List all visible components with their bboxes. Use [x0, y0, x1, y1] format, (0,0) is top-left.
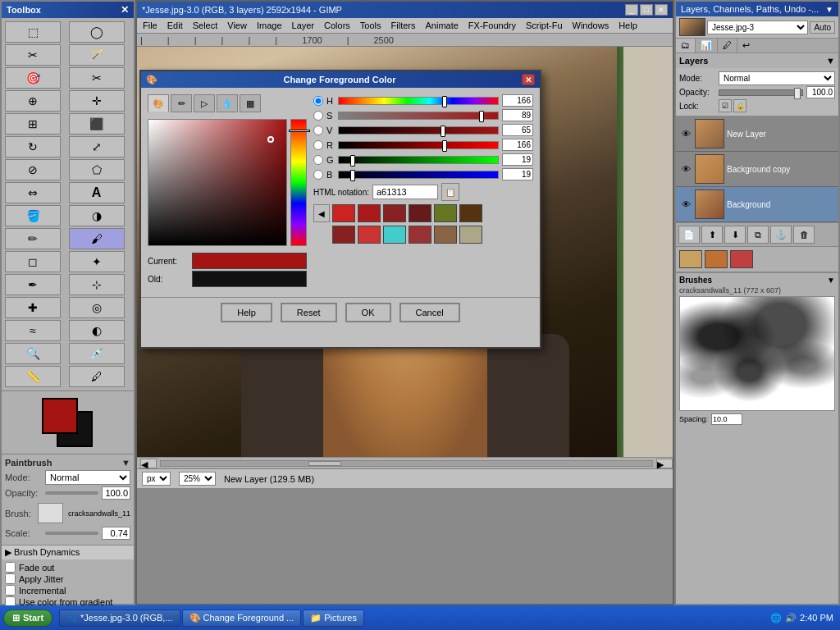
- zoom-selector[interactable]: 25%: [179, 472, 216, 486]
- v-radio[interactable]: [313, 126, 323, 135]
- menu-view[interactable]: View: [222, 19, 252, 32]
- history-prev-button[interactable]: ◀: [313, 204, 330, 222]
- v-value-input[interactable]: [502, 124, 533, 136]
- taskbar-item-gimp[interactable]: 🐾 *Jesse.jpg-3.0 (RGB,...: [59, 609, 180, 627]
- scale-slider[interactable]: [45, 532, 98, 535]
- tool-airbrush[interactable]: ✦: [69, 251, 125, 272]
- tool-ellipse-select[interactable]: ◯: [69, 21, 125, 43]
- opacity-input[interactable]: [806, 86, 835, 98]
- auto-button[interactable]: Auto: [810, 21, 835, 34]
- menu-tools[interactable]: Tools: [355, 19, 386, 32]
- h-value-input[interactable]: [502, 94, 533, 107]
- tool-clone[interactable]: ⊹: [69, 274, 125, 295]
- menu-layer[interactable]: Layer: [287, 19, 320, 32]
- swatch-red[interactable]: [730, 250, 753, 268]
- opacity-slider[interactable]: [45, 491, 98, 495]
- foreground-color-swatch[interactable]: [42, 398, 78, 434]
- minimize-button[interactable]: _: [625, 4, 638, 16]
- menu-windows[interactable]: Windows: [568, 19, 614, 32]
- history-swatch-12[interactable]: [459, 226, 482, 244]
- r-radio[interactable]: [313, 140, 323, 150]
- history-swatch-6[interactable]: [459, 204, 482, 222]
- history-swatch-3[interactable]: [383, 204, 406, 222]
- v-slider-track[interactable]: [338, 126, 499, 135]
- tool-bucket-fill[interactable]: 🪣: [5, 205, 61, 226]
- h-radio[interactable]: [313, 96, 323, 106]
- layer-visibility-new-layer[interactable]: 👁: [679, 127, 692, 140]
- help-button[interactable]: Help: [221, 303, 272, 322]
- tool-move[interactable]: ✛: [69, 90, 125, 112]
- tool-select-by-color[interactable]: 🎯: [5, 67, 61, 89]
- fade-out-checkbox[interactable]: [5, 562, 16, 573]
- layer-visibility-background-copy[interactable]: 👁: [679, 162, 692, 176]
- tool-align[interactable]: ⊞: [5, 113, 61, 135]
- new-layer-button[interactable]: 📄: [678, 226, 700, 244]
- tool-perspective[interactable]: ⬠: [69, 159, 125, 180]
- lock-position-button[interactable]: 🔒: [733, 99, 746, 112]
- history-swatch-11[interactable]: [434, 226, 457, 244]
- tool-text[interactable]: A: [69, 182, 125, 203]
- menu-animate[interactable]: Animate: [420, 19, 463, 32]
- tool-dodge-burn[interactable]: ◐: [69, 320, 125, 341]
- duplicate-layer-button[interactable]: ⧉: [747, 226, 769, 244]
- tab-checkerboard[interactable]: ▦: [240, 94, 261, 112]
- tool-measure[interactable]: 📏: [5, 366, 61, 387]
- history-swatch-7[interactable]: [332, 226, 355, 244]
- html-copy-button[interactable]: 📋: [441, 183, 459, 201]
- g-value-input[interactable]: [502, 153, 533, 166]
- tool-paintbrush[interactable]: 🖌: [69, 228, 125, 249]
- scroll-thumb[interactable]: [308, 461, 341, 466]
- menu-select[interactable]: Select: [188, 19, 223, 32]
- taskbar-item-pictures[interactable]: 📁 Pictures: [303, 609, 364, 627]
- menu-colors[interactable]: Colors: [319, 19, 355, 32]
- history-swatch-4[interactable]: [409, 204, 431, 222]
- swatch-tan[interactable]: [679, 250, 702, 268]
- tool-paths[interactable]: 🖊: [69, 366, 125, 387]
- g-radio[interactable]: [313, 155, 323, 165]
- h-slider-track[interactable]: [338, 97, 499, 105]
- tool-pencil[interactable]: ✏: [5, 228, 61, 249]
- layers-panel-menu-button[interactable]: ▼: [825, 5, 833, 14]
- tab-channels[interactable]: 📊: [696, 39, 718, 52]
- history-swatch-2[interactable]: [358, 204, 381, 222]
- toolbox-close-button[interactable]: ✕: [121, 4, 129, 16]
- move-layer-down-button[interactable]: ⬇: [724, 226, 746, 244]
- tool-rect-select[interactable]: ⬚: [5, 21, 61, 43]
- tool-smudge[interactable]: ≈: [5, 320, 61, 341]
- tool-color-picker[interactable]: 💉: [69, 343, 125, 364]
- tab-paths[interactable]: 🖊: [718, 39, 737, 52]
- dialog-close-button[interactable]: ✕: [522, 74, 535, 85]
- s-value-input[interactable]: [502, 109, 533, 121]
- tool-scale[interactable]: ⤢: [69, 136, 125, 158]
- tab-undo[interactable]: ↩: [737, 39, 755, 52]
- menu-scriptfu[interactable]: Script-Fu: [521, 19, 568, 32]
- html-notation-input[interactable]: [372, 185, 438, 199]
- tool-heal[interactable]: ✚: [5, 297, 61, 318]
- paintbrush-expand-icon[interactable]: ▼: [121, 458, 130, 468]
- maximize-button[interactable]: □: [640, 4, 653, 16]
- tool-fuzzy-select[interactable]: 🪄: [69, 44, 125, 66]
- tool-blend[interactable]: ◑: [69, 205, 125, 226]
- apply-jitter-checkbox[interactable]: [5, 573, 16, 584]
- history-swatch-1[interactable]: [332, 204, 355, 222]
- anchor-layer-button[interactable]: ⚓: [770, 226, 792, 244]
- history-swatch-9[interactable]: [383, 226, 406, 244]
- menu-fx[interactable]: FX-Foundry: [463, 19, 521, 32]
- taskbar-item-dialog[interactable]: 🎨 Change Foreground ...: [182, 609, 302, 627]
- close-button[interactable]: ✕: [655, 4, 668, 16]
- network-icon[interactable]: 🌐: [770, 613, 782, 623]
- incremental-checkbox[interactable]: [5, 585, 16, 596]
- layer-opacity-slider[interactable]: [719, 89, 803, 96]
- g-slider-track[interactable]: [338, 156, 499, 164]
- tool-free-select[interactable]: ✂: [5, 44, 61, 66]
- history-swatch-10[interactable]: [409, 226, 431, 244]
- b-value-input[interactable]: [502, 168, 533, 180]
- tool-eraser[interactable]: ◻: [5, 251, 61, 272]
- tool-zoom[interactable]: 🔍: [5, 343, 61, 364]
- brushes-expand-icon[interactable]: ▼: [827, 276, 835, 285]
- start-button[interactable]: ⊞ Start: [3, 609, 52, 627]
- layer-item-background-copy[interactable]: 👁 Background copy: [676, 152, 838, 187]
- tab-triangle[interactable]: ▷: [194, 94, 215, 112]
- horizontal-scrollbar[interactable]: ◀ ▶: [137, 457, 673, 468]
- spacing-input[interactable]: [711, 413, 742, 425]
